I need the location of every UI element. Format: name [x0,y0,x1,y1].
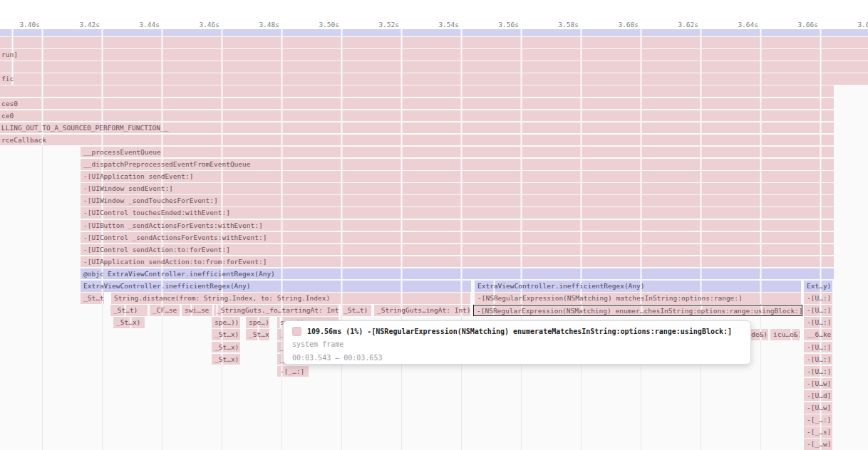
time-tick-label: 3.66s [775,21,818,29]
flame-frame[interactable]: -[U…w] [804,378,832,389]
time-tick-label: 3.58s [536,21,579,29]
flame-frame[interactable]: __processEventQueue [81,147,834,158]
flame-frame[interactable] [0,85,834,97]
flame-frame[interactable]: ce0 [0,110,834,122]
flame-frame[interactable]: -[U…:] [804,354,832,365]
flame-frame[interactable]: @objc ExtraViewController.inefficientReg… [81,268,834,280]
flame-frame[interactable]: -[UIApplication sendAction:to:from:forEv… [81,256,834,268]
flame-frame[interactable]: de&) [748,329,768,340]
flame-frame[interactable]: String.distance(from: String.Index, to: … [111,293,470,304]
flame-frame[interactable]: -[UIControl _sendActionsForEvents:withEv… [81,232,834,244]
timeline-ruler[interactable]: 3.40s3.42s3.44s3.46s3.48s3.50s3.52s3.54s… [0,0,868,30]
time-tick-label: 3.40s [0,21,40,29]
time-tick-label: 3.46s [177,21,219,29]
flame-frame[interactable]: -[NSRegularExpression(NSMatching) matche… [475,293,801,304]
flame-frame[interactable]: _CF…se [150,305,180,316]
flame-frame[interactable]: -[UIControl sendAction:to:forEvent:] [81,244,834,256]
flame-frame[interactable]: ExtraViewController.inefficientRegex(Any… [81,281,471,292]
flame-frame[interactable]: _StringGuts._fo…tartingAt: Int) [214,305,339,316]
flame-frame[interactable]: fic [0,73,868,85]
time-tick-label: 3.56s [476,21,519,29]
flame-frame[interactable]: run] [0,49,868,61]
flame-frame[interactable]: ces0 [0,98,834,110]
flame-frame[interactable]: -[UIApplication sendEvent:] [81,171,834,182]
flame-frame[interactable]: rceCallback [0,135,834,146]
flame-frame[interactable]: _St…x) [212,329,240,340]
time-tick-label: 3.64s [715,21,758,29]
flame-frame[interactable]: -[_…:] [277,366,309,377]
flame-frame[interactable]: _St…t) [341,305,371,316]
flame-frame[interactable]: -[U…w] [804,402,832,414]
flame-frame[interactable]: _St…x) [212,342,240,353]
flame-frame[interactable]: __6…ke [804,329,832,340]
time-tick-label: 3.60s [596,21,639,29]
flame-frame[interactable]: -[U…:] [804,293,832,304]
flame-chart-window: 3.40s3.42s3.44s3.46s3.48s3.50s3.52s3.54s… [0,0,868,450]
flame-frame[interactable]: spe…)) [212,317,240,328]
timeline-summary-strip[interactable] [0,29,868,36]
flame-frame[interactable]: -[UIButton _sendActionsForEvents:withEve… [81,220,834,231]
flame-frame[interactable]: _St…t) [81,293,104,304]
flame-frame[interactable] [0,37,868,48]
flame-frame[interactable]: -[UIControl touchesEnded:withEvent:] [81,207,834,219]
selected-frame-highlight[interactable]: -[NSRegularExpression(NSMatching) enumer… [473,305,802,316]
flame-frame[interactable]: -[U…:] [804,305,832,316]
flame-frame[interactable]: _StringGuts…ingAt: Int) [374,305,470,316]
flame-frame[interactable]: -[_…w] [804,439,832,450]
tooltip-title: 109.56ms (1%) -[NSRegularExpression(NSMa… [307,328,732,335]
flame-frame[interactable]: LLING_OUT_TO_A_SOURCE0_PERFORM_FUNCTION_… [0,122,834,134]
flame-frame[interactable]: -[U…:] [804,366,832,377]
flame-frame[interactable]: -[U…d] [804,390,832,402]
flame-frame[interactable]: _St…x) [212,354,240,365]
flame-frame[interactable]: swi…se [182,305,212,316]
flame-frame[interactable]: -[_…s] [804,427,832,438]
time-tick-label: 3.42s [57,21,100,29]
flame-frame[interactable]: -[_…:] [804,414,832,426]
flame-frame[interactable]: _St…x) [246,329,269,340]
tooltip-time-range: 00:03.543 — 00:03.653 [292,353,742,363]
flame-frame[interactable] [0,61,868,73]
tooltip-subtitle: system frame [292,340,742,350]
flame-frame[interactable]: ExtraViewController.inefficientRegex(Any… [475,281,801,292]
time-tick-label: 3.50s [296,21,339,29]
flame-frame[interactable]: icu…e&) [770,329,800,340]
flame-frame[interactable]: -[U…:] [804,342,832,353]
time-tick-label: 3.52s [356,21,399,29]
flame-frame[interactable]: -[UIWindow sendEvent:] [81,183,834,194]
frame-color-swatch-icon [292,327,301,336]
flame-frame[interactable]: __dispatchPreprocessedEventFromEventQueu… [81,159,834,170]
time-tick-label: 3.44s [117,21,160,29]
flame-frame[interactable]: Ext…y) [804,281,832,292]
flame-frame[interactable]: -[UIWindow _sendTouchesForEvent:] [81,195,834,206]
flame-frame[interactable]: _St…x) [113,317,145,328]
flame-frame[interactable]: -[U…:] [804,317,832,328]
time-tick-label: 3.68s [835,21,868,29]
time-tick-label: 3.62s [656,21,698,29]
flame-frame[interactable]: _St…t) [110,305,148,316]
frame-tooltip: 109.56ms (1%) -[NSRegularExpression(NSMa… [283,320,751,365]
time-tick-label: 3.54s [416,21,459,29]
time-tick-label: 3.48s [237,21,279,29]
flame-frame[interactable]: spe…)) [246,317,269,328]
